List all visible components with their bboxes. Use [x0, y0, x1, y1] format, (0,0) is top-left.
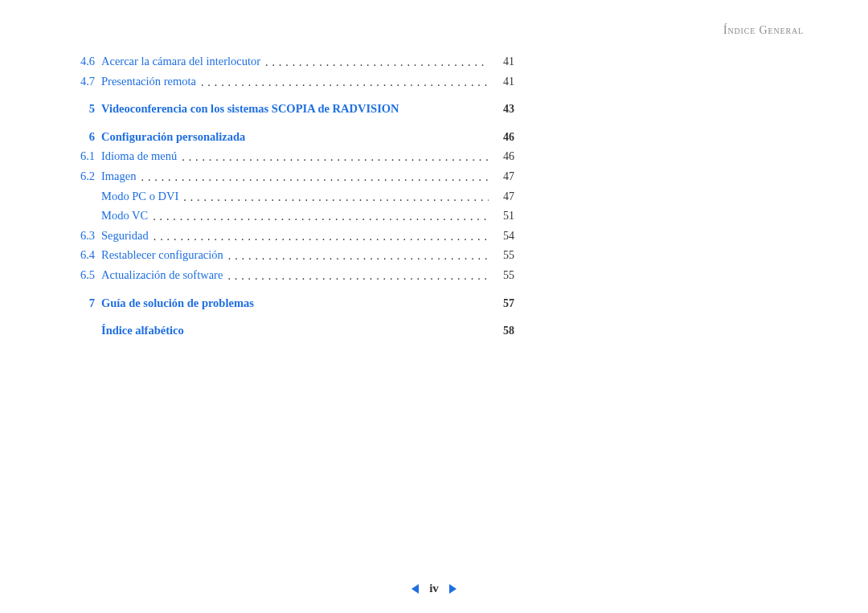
toc-row: Modo VC.................................…: [64, 207, 514, 224]
toc-page[interactable]: 51: [489, 208, 514, 224]
toc-title[interactable]: Modo PC o DVI: [101, 188, 178, 204]
toc-page[interactable]: 58: [489, 323, 514, 339]
toc-title[interactable]: Acercar la cámara del interlocutor: [101, 53, 260, 69]
toc-title[interactable]: Seguridad: [101, 227, 149, 243]
svg-marker-1: [449, 584, 457, 594]
toc-number[interactable]: 6.3: [64, 227, 101, 243]
toc-title[interactable]: Índice alfabético: [101, 322, 184, 338]
toc-page[interactable]: 43: [489, 101, 514, 117]
toc-title[interactable]: Configuración personalizada: [101, 129, 245, 145]
table-of-contents: 4.6Acercar la cámara del interlocutor...…: [64, 50, 514, 342]
toc-row: Modo PC o DVI...........................…: [64, 188, 514, 205]
toc-leader: ........................................…: [196, 75, 489, 91]
page: Índice General 4.6Acercar la cámara del …: [0, 0, 868, 613]
toc-page[interactable]: 47: [489, 169, 514, 185]
toc-number[interactable]: 4.6: [64, 53, 101, 69]
toc-row: 6Configuración personalizada46: [64, 129, 514, 145]
svg-marker-0: [411, 584, 419, 594]
toc-row: 4.7Presentación remota..................…: [64, 73, 514, 90]
toc-number[interactable]: 6.1: [64, 148, 101, 164]
toc-title[interactable]: Guía de solución de problemas: [101, 295, 254, 311]
toc-title[interactable]: Videoconferencia con los sistemas SCOPIA…: [101, 100, 399, 116]
toc-title[interactable]: Idioma de menú: [101, 148, 177, 164]
toc-page[interactable]: 41: [489, 74, 514, 90]
toc-leader: ........................................…: [177, 149, 489, 166]
toc-number[interactable]: 5: [64, 100, 101, 116]
toc-number[interactable]: 6: [64, 129, 101, 145]
page-footer: iv: [0, 581, 868, 595]
toc-leader: ........................................…: [148, 209, 489, 225]
toc-row: Índice alfabético58: [64, 322, 514, 339]
toc-page[interactable]: 41: [489, 54, 514, 70]
toc-row: 5Videoconferencia con los sistemas SCOPI…: [64, 100, 514, 117]
toc-leader: ........................................…: [223, 248, 489, 264]
toc-row: 6.4Restablecer configuración............…: [64, 247, 514, 264]
toc-number[interactable]: 6.4: [64, 247, 101, 263]
toc-number[interactable]: 6.5: [64, 267, 101, 283]
toc-leader: ........................................…: [178, 190, 489, 206]
toc-page[interactable]: 55: [489, 268, 514, 284]
toc-row: 6.1Idioma de menú.......................…: [64, 148, 514, 165]
toc-number[interactable]: 6.2: [64, 168, 101, 184]
toc-page[interactable]: 46: [489, 149, 514, 165]
toc-leader: ........................................…: [149, 229, 489, 245]
next-page-icon[interactable]: [447, 583, 458, 595]
toc-row: 7Guía de solución de problemas57: [64, 295, 514, 312]
toc-row: 4.6Acercar la cámara del interlocutor...…: [64, 53, 514, 70]
toc-number[interactable]: 7: [64, 295, 101, 311]
page-number: iv: [429, 582, 439, 595]
toc-number[interactable]: 4.7: [64, 73, 101, 89]
running-head-text: Índice General: [723, 24, 804, 36]
running-head: Índice General: [723, 24, 804, 37]
prev-page-icon[interactable]: [410, 583, 421, 595]
toc-leader: ........................................…: [223, 268, 489, 284]
toc-page[interactable]: 46: [489, 129, 514, 145]
toc-page[interactable]: 57: [489, 296, 514, 312]
toc-title[interactable]: Restablecer configuración: [101, 247, 223, 263]
toc-leader: ........................................…: [260, 55, 489, 71]
toc-title[interactable]: Presentación remota: [101, 73, 196, 89]
toc-row: 6.2Imagen...............................…: [64, 168, 514, 185]
toc-title[interactable]: Modo VC: [101, 207, 148, 223]
toc-page[interactable]: 47: [489, 189, 514, 205]
toc-leader: ........................................…: [136, 170, 489, 186]
toc-row: 6.5Actualización de software............…: [64, 267, 514, 284]
toc-page[interactable]: 55: [489, 247, 514, 264]
toc-page[interactable]: 54: [489, 228, 514, 244]
toc-row: 6.3Seguridad............................…: [64, 227, 514, 244]
toc-title[interactable]: Actualización de software: [101, 267, 223, 283]
toc-title[interactable]: Imagen: [101, 168, 136, 184]
